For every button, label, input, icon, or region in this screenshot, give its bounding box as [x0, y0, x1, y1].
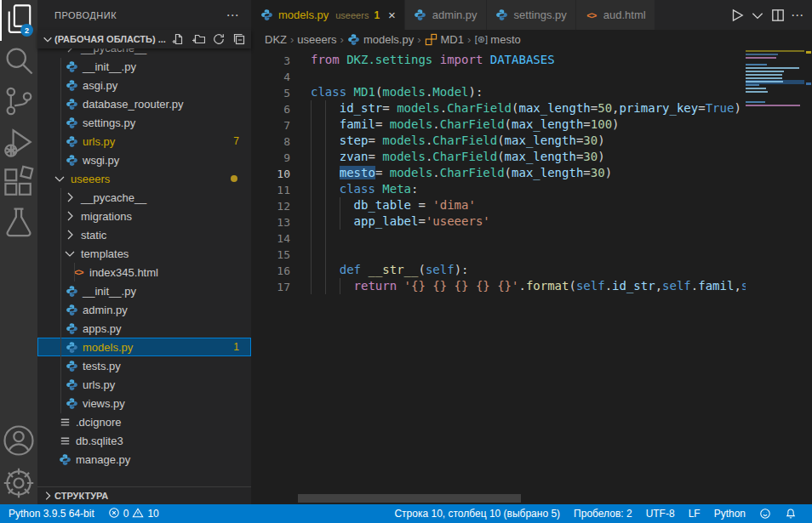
breadcrumb-item-models.py[interactable]: models.py: [347, 32, 414, 46]
tree-item-db.sqlite3[interactable]: db.sqlite3: [37, 431, 251, 450]
code-token: (: [505, 166, 512, 179]
tree-item-label: migrations: [81, 210, 132, 223]
tree-item-models.py[interactable]: models.py1: [37, 338, 251, 356]
tree-item-urls.py[interactable]: urls.py: [37, 375, 251, 394]
status-python-version[interactable]: Python 3.9.5 64-bit: [9, 504, 101, 523]
new-folder-icon[interactable]: [192, 32, 205, 46]
tree-item-index345.html[interactable]: <>index345.html: [37, 263, 251, 281]
line-number: 7: [251, 117, 290, 134]
status-language-mode[interactable]: Python: [707, 504, 752, 523]
code-line-3: 3from DKZ.settings import DATABASES: [251, 52, 746, 68]
tab-admin.py[interactable]: admin.py: [405, 0, 487, 30]
tree-item-settings.py[interactable]: settings.py: [37, 113, 251, 132]
tree-item-__init__.py[interactable]: __init__.py: [37, 57, 251, 76]
tab-description: useeers: [335, 10, 369, 20]
status-problems[interactable]: 0 10: [101, 504, 166, 523]
horizontal-scrollbar[interactable]: [298, 494, 521, 503]
code-token: 30: [583, 150, 598, 163]
more-actions-glyph: ⋯: [791, 8, 803, 22]
status-indentation[interactable]: Пробелов: 2: [567, 504, 639, 523]
tree-item-database_roouter.py[interactable]: database_roouter.py: [37, 94, 251, 113]
tree-item-static[interactable]: static: [37, 225, 251, 244]
activity-item-files[interactable]: 2: [0, 0, 37, 41]
minimap-line: [746, 81, 783, 82]
code-token: (: [505, 117, 512, 131]
tree-item-urls.py[interactable]: urls.py7: [37, 132, 251, 151]
tab-models.py[interactable]: models.pyuseeers1×: [251, 0, 405, 30]
tab-aud.html[interactable]: <>aud.html: [576, 0, 655, 30]
code-token: =: [411, 198, 432, 212]
tree-item-wsgi.py[interactable]: wsgi.py: [37, 151, 251, 169]
breadcrumb-item-MD1[interactable]: MD1: [425, 32, 464, 46]
tab-settings.py[interactable]: settings.py: [487, 0, 576, 30]
activity-item-source-control[interactable]: [0, 82, 37, 122]
folder-warning-dot: [231, 175, 237, 182]
activity-item-search[interactable]: [0, 41, 37, 82]
line-number: 5: [251, 85, 290, 101]
feedback-icon[interactable]: [752, 504, 778, 523]
python-icon: [65, 359, 78, 372]
activity-item-settings-gear[interactable]: [0, 463, 37, 504]
tree-item-useeers[interactable]: useeers: [37, 169, 251, 188]
indent-guide: [325, 117, 326, 133]
indent-guide: [325, 149, 326, 165]
code-line-15: 15: [251, 246, 746, 262]
breadcrumb-item-mesto[interactable]: [⊛]mesto: [474, 32, 520, 46]
tree-item-apps.py[interactable]: apps.py: [37, 319, 251, 338]
status-encoding[interactable]: UTF-8: [639, 504, 682, 523]
workspace-section-header[interactable]: (РАБОЧАЯ ОБЛАСТЬ) ...: [37, 30, 251, 48]
collapse-all-icon[interactable]: [232, 32, 246, 46]
tree-item-tests.py[interactable]: tests.py: [37, 356, 251, 375]
refresh-icon[interactable]: [212, 32, 226, 46]
python-icon: [414, 9, 427, 22]
split-editor-icon[interactable]: [770, 8, 786, 23]
status-cursor-position[interactable]: Строка 10, столбец 10 (выбрано 5): [394, 504, 567, 523]
chevron-down-icon: [41, 32, 54, 46]
breadcrumb-item-useeers[interactable]: useeers: [297, 33, 336, 46]
activity-item-run-debug[interactable]: [0, 122, 37, 163]
tree-item-manage.py[interactable]: manage.py: [37, 450, 251, 469]
indent-guide: [311, 133, 312, 149]
line-number: 11: [251, 182, 290, 198]
python-icon: [65, 284, 78, 298]
code-token: .: [518, 279, 525, 293]
activity-item-extensions[interactable]: [0, 163, 37, 204]
new-file-icon[interactable]: [171, 32, 185, 46]
tree-item-admin.py[interactable]: admin.py: [37, 300, 251, 319]
tree-item-.dcignore[interactable]: .dcignore: [37, 412, 251, 431]
code-token: =: [591, 101, 598, 115]
tab-problem-badge: 1: [374, 9, 380, 21]
tree-item-asgi.py[interactable]: asgi.py: [37, 76, 251, 94]
breadcrumb-item-DKZ[interactable]: DKZ: [265, 33, 287, 46]
minimap[interactable]: [746, 48, 804, 504]
tree-item-migrations[interactable]: migrations: [37, 207, 251, 225]
tree-item-__pycache__[interactable]: __pycache__: [37, 48, 251, 57]
activity-item-account[interactable]: [0, 423, 37, 463]
python-icon: [65, 153, 78, 167]
line-number: 10: [251, 166, 290, 182]
more-actions-icon[interactable]: ⋯: [791, 8, 803, 23]
code-editor[interactable]: 3from DKZ.settings import DATABASES45cla…: [251, 48, 812, 504]
bell-icon[interactable]: [778, 504, 803, 523]
chevron-down-icon[interactable]: [750, 8, 765, 23]
tree-item-__pycache__[interactable]: __pycache__: [37, 188, 251, 207]
code-line-17: 17 return '{} {} {} {} {}'.format(self.i…: [251, 278, 746, 294]
code-token: ,: [655, 279, 662, 293]
tree-item-label: tests.py: [83, 360, 121, 372]
breadcrumb-label: mesto: [490, 33, 520, 46]
code-token: ): [605, 166, 612, 179]
symbol-field-icon: [⊛]: [474, 32, 488, 46]
tree-item-__init__.py[interactable]: __init__.py: [37, 281, 251, 300]
minimap-line: [746, 77, 782, 79]
line-number: 3: [251, 53, 290, 69]
activity-item-testing[interactable]: [0, 204, 37, 245]
outline-section-header[interactable]: СТРУКТУРА: [37, 486, 251, 504]
tree-item-templates[interactable]: templates: [37, 244, 251, 263]
tab-label: admin.py: [432, 9, 477, 21]
run-icon[interactable]: [729, 8, 745, 23]
tree-item-views.py[interactable]: views.py: [37, 394, 251, 412]
close-icon[interactable]: ×: [388, 9, 396, 21]
code-token: max_length: [512, 117, 583, 131]
status-eol[interactable]: LF: [682, 504, 707, 523]
more-actions-icon[interactable]: ⋯: [226, 8, 240, 23]
